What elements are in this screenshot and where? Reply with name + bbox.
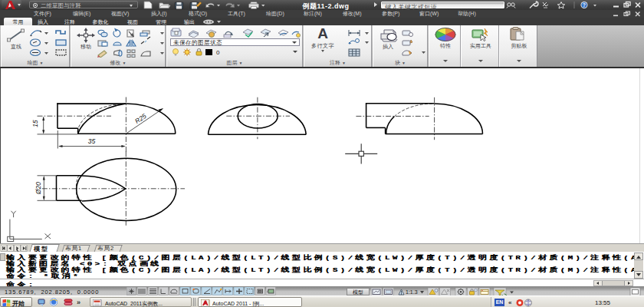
svg-text:35: 35 — [88, 137, 96, 145]
svg-text:»: » — [77, 299, 80, 306]
svg-text:R25: R25 — [133, 112, 148, 125]
svg-text:1:1.3: 1:1.3 — [406, 289, 418, 295]
svg-text:15: 15 — [31, 120, 39, 127]
svg-text:Ø20: Ø20 — [34, 182, 42, 195]
